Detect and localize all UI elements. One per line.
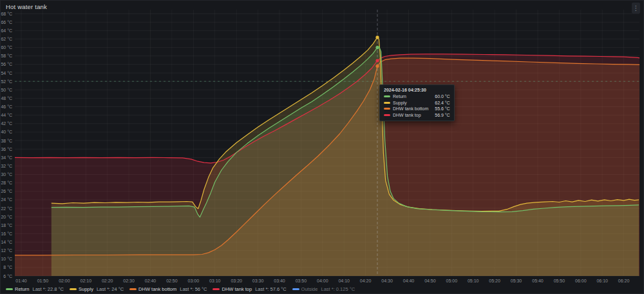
svg-text:05:50: 05:50 (554, 279, 565, 283)
svg-text:66 °C: 66 °C (1, 20, 12, 24)
tooltip-series-value: 62.4 °C (428, 101, 450, 105)
series-color-swatch (384, 114, 390, 116)
svg-text:44 °C: 44 °C (1, 113, 12, 117)
legend-series-value: Last *: 56 °C (180, 286, 207, 292)
svg-text:14 °C: 14 °C (1, 240, 12, 244)
svg-text:03:10: 03:10 (209, 279, 221, 283)
series-color-swatch (6, 288, 13, 290)
svg-text:01:40: 01:40 (15, 279, 27, 283)
svg-text:58 °C: 58 °C (1, 54, 12, 58)
tooltip-row: DHW tank bottom55.6 °C (384, 106, 450, 111)
svg-text:16 °C: 16 °C (1, 231, 12, 236)
svg-text:24 °C: 24 °C (1, 197, 12, 202)
tooltip-series-label: DHW tank top (393, 113, 421, 117)
svg-text:05:30: 05:30 (511, 279, 522, 283)
svg-text:38 °C: 38 °C (1, 139, 12, 143)
svg-text:46 °C: 46 °C (1, 104, 12, 109)
chart-tooltip: 2024-02-16 04:25:30 Return60.0 °CSupply6… (379, 84, 455, 121)
svg-text:02:00: 02:00 (59, 279, 70, 283)
svg-text:54 °C: 54 °C (1, 71, 12, 75)
series-color-swatch (292, 288, 299, 290)
svg-text:04:00: 04:00 (317, 279, 328, 283)
svg-text:02:30: 02:30 (123, 279, 135, 283)
tooltip-rows: Return60.0 °CSupply62.4 °CDHW tank botto… (384, 94, 450, 117)
svg-text:06:00: 06:00 (575, 279, 587, 283)
legend-series-value: Last *: 57.6 °C (255, 286, 286, 292)
tooltip-row: Return60.0 °C (384, 94, 450, 99)
crosshair-dot-supply (375, 35, 379, 39)
series-color-swatch (129, 288, 137, 290)
series-color-swatch (384, 108, 390, 110)
svg-text:06:10: 06:10 (596, 279, 608, 283)
tooltip-series-value: 56.9 °C (428, 113, 450, 117)
svg-text:56 °C: 56 °C (1, 62, 12, 66)
series-color-swatch (384, 95, 390, 97)
y-axis-labels: 6 °C8 °C10 °C12 °C14 °C16 °C18 °C20 °C22… (1, 12, 12, 279)
svg-text:20 °C: 20 °C (1, 215, 12, 219)
svg-text:06:20: 06:20 (618, 279, 630, 283)
svg-text:04:10: 04:10 (338, 279, 350, 283)
series-color-swatch (384, 102, 390, 104)
svg-text:02:10: 02:10 (80, 279, 92, 283)
svg-text:26 °C: 26 °C (1, 189, 12, 193)
svg-text:03:20: 03:20 (231, 279, 242, 283)
svg-text:03:00: 03:00 (188, 279, 200, 283)
tooltip-series-value: 60.0 °C (428, 94, 450, 99)
svg-text:48 °C: 48 °C (1, 96, 12, 101)
tooltip-series-label: Supply (393, 101, 406, 105)
svg-text:10 °C: 10 °C (1, 257, 12, 261)
svg-text:18 °C: 18 °C (1, 223, 12, 228)
legend-series-name: DHW tank top (222, 286, 252, 292)
crosshair-dot-dhw-tank-top (375, 59, 379, 62)
tooltip-series-value: 55.6 °C (428, 106, 450, 111)
svg-text:05:10: 05:10 (468, 279, 479, 283)
svg-text:8 °C: 8 °C (3, 265, 12, 270)
legend-item-outside[interactable]: OutsideLast *: 0.125 °C (292, 286, 355, 292)
legend-item-return[interactable]: ReturnLast *: 22.8 °C (6, 286, 64, 292)
svg-text:62 °C: 62 °C (1, 37, 12, 41)
svg-text:03:30: 03:30 (252, 279, 264, 283)
page-title: Hot water tank (6, 3, 47, 10)
svg-text:68 °C: 68 °C (1, 12, 12, 16)
svg-text:50 °C: 50 °C (1, 88, 12, 92)
tooltip-row: Supply62.4 °C (384, 101, 450, 105)
svg-text:12 °C: 12 °C (1, 248, 12, 253)
crosshair-dot-dhw-tank-bottom (375, 64, 379, 68)
legend-series-name: DHW tank bottom (138, 286, 176, 292)
legend-item-dhw-tank-top[interactable]: DHW tank topLast *: 57.6 °C (213, 286, 286, 292)
svg-text:05:40: 05:40 (532, 279, 544, 283)
tooltip-timestamp: 2024-02-16 04:25:30 (384, 88, 450, 92)
grafana-panel: Hot water tank ⋮ 6 °C8 °C10 °C12 °C14 °C… (0, 0, 644, 294)
series-color-swatch (213, 288, 220, 290)
tooltip-series-label: Return (393, 94, 406, 99)
svg-text:40 °C: 40 °C (1, 130, 12, 134)
svg-text:34 °C: 34 °C (1, 155, 12, 160)
legend-series-name: Return (15, 286, 30, 292)
svg-text:04:50: 04:50 (424, 279, 436, 283)
svg-text:64 °C: 64 °C (1, 28, 12, 33)
svg-text:28 °C: 28 °C (1, 181, 12, 185)
panel-menu-button[interactable]: ⋮ (632, 3, 640, 14)
svg-text:01:50: 01:50 (37, 279, 49, 283)
tooltip-series-label: DHW tank bottom (393, 106, 428, 111)
kebab-menu-icon: ⋮ (633, 5, 639, 12)
x-axis-labels: 01:4001:5002:0002:1002:2002:3002:4002:50… (15, 279, 629, 283)
svg-text:42 °C: 42 °C (1, 121, 12, 126)
legend-series-name: Supply (79, 286, 93, 292)
svg-text:36 °C: 36 °C (1, 147, 12, 152)
legend-series-value: Last *: 22.8 °C (33, 286, 64, 292)
svg-text:04:30: 04:30 (381, 279, 393, 283)
legend-item-dhw-tank-bottom[interactable]: DHW tank bottomLast *: 56 °C (129, 286, 207, 292)
svg-text:22 °C: 22 °C (1, 206, 12, 211)
svg-text:60 °C: 60 °C (1, 45, 12, 50)
legend-series-value: Last *: 24 °C (97, 286, 124, 292)
legend: ReturnLast *: 22.8 °CSupplyLast *: 24 °C… (6, 286, 355, 293)
svg-text:03:40: 03:40 (274, 279, 285, 283)
time-series-chart[interactable]: 6 °C8 °C10 °C12 °C14 °C16 °C18 °C20 °C22… (1, 1, 644, 286)
svg-text:30 °C: 30 °C (1, 172, 12, 177)
series-color-swatch (70, 288, 77, 290)
svg-text:02:40: 02:40 (145, 279, 156, 283)
svg-text:32 °C: 32 °C (1, 164, 12, 168)
crosshair-dot-return (375, 46, 379, 49)
legend-item-supply[interactable]: SupplyLast *: 24 °C (70, 286, 124, 292)
